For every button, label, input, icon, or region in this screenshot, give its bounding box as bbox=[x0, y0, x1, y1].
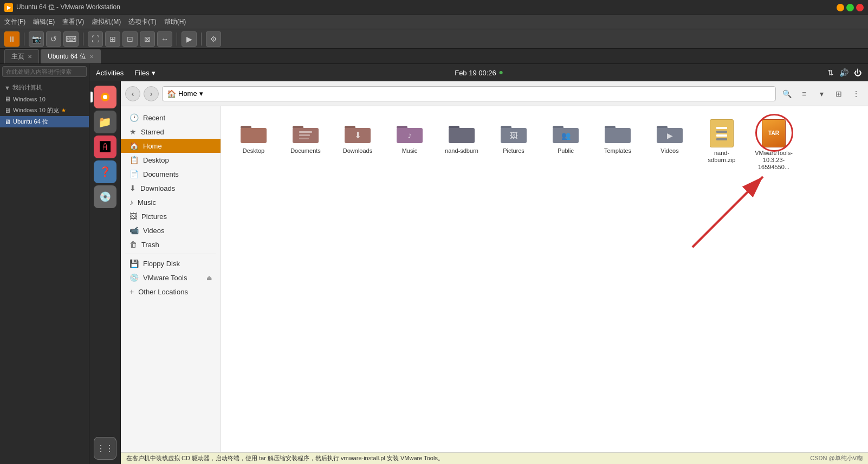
close-button[interactable] bbox=[856, 4, 864, 11]
menu-file[interactable]: 文件(F) bbox=[4, 17, 25, 27]
archive-icon-label: TAR bbox=[768, 130, 779, 137]
sidebar-item-starred[interactable]: ★ Starred bbox=[121, 125, 221, 139]
more-options-button[interactable]: ⋮ bbox=[848, 86, 864, 101]
file-name-pictures: Pictures bbox=[503, 147, 524, 154]
menu-edit[interactable]: 编辑(E) bbox=[33, 17, 55, 27]
menu-view[interactable]: 查看(V) bbox=[62, 17, 84, 27]
menu-help[interactable]: 帮助(H) bbox=[164, 17, 186, 27]
fullscreen-button[interactable]: ⛶ bbox=[88, 31, 103, 47]
ubuntu-vm-display: Activities Files ▾ Feb 19 00:26 ⇅ 🔊 ⏻ bbox=[89, 64, 868, 464]
file-item-public[interactable]: 👥 Public bbox=[544, 117, 587, 173]
music-icon: ♪ bbox=[129, 198, 133, 207]
vmware-titlebar: ▶ Ubuntu 64 位 - VMware Workstation bbox=[0, 0, 868, 15]
sidebar-item-trash[interactable]: 🗑 Trash bbox=[121, 237, 221, 252]
vm-icon-windows10-clone: 🖥 bbox=[4, 107, 11, 114]
vm-item-windows10-clone[interactable]: 🖥 Windows 10 的克 ★ bbox=[0, 105, 89, 116]
view-list-button[interactable]: ≡ bbox=[796, 86, 812, 101]
dock-dvd[interactable]: 💿 bbox=[94, 185, 116, 208]
files-menu[interactable]: Files ▾ bbox=[134, 69, 155, 77]
location-bar[interactable]: 🏠 Home ▾ bbox=[162, 86, 776, 101]
toolbar-separator bbox=[24, 33, 24, 46]
vm-item-windows10[interactable]: 🖥 Windows 10 bbox=[0, 94, 89, 105]
nav-back-button[interactable]: ‹ bbox=[125, 86, 140, 101]
sidebar-label-pictures: Pictures bbox=[141, 212, 167, 221]
network-icon[interactable]: ⇅ bbox=[827, 68, 834, 77]
send-ctrl-alt-del[interactable]: ⌨ bbox=[63, 31, 79, 47]
search-button[interactable]: 🔍 bbox=[779, 86, 794, 101]
file-name-zip: nand-sdburn.zip bbox=[702, 150, 741, 164]
sidebar-label-videos: Videos bbox=[143, 227, 165, 235]
menu-tabs[interactable]: 选项卡(T) bbox=[128, 17, 156, 27]
tab-home[interactable]: 主页 ✕ bbox=[4, 49, 39, 63]
activities-button[interactable]: Activities bbox=[96, 69, 124, 77]
eject-icon[interactable]: ⏏ bbox=[206, 274, 212, 281]
tab-ubuntu[interactable]: Ubuntu 64 位 ✕ bbox=[41, 49, 101, 63]
settings-button[interactable]: ⚙ bbox=[206, 31, 221, 47]
vm-icon-windows10: 🖥 bbox=[4, 95, 11, 103]
file-item-nand[interactable]: nand-sdburn bbox=[440, 117, 483, 173]
sidebar-item-videos[interactable]: 📹 Videos bbox=[121, 223, 221, 237]
sidebar-item-recent[interactable]: 🕐 Recent bbox=[121, 111, 221, 125]
svg-rect-25 bbox=[605, 128, 631, 143]
my-computer-label: 我的计算机 bbox=[12, 83, 42, 92]
revert-button[interactable]: ↺ bbox=[46, 31, 61, 47]
folder-icon-nand bbox=[448, 119, 476, 145]
sidebar-label-starred: Starred bbox=[141, 128, 164, 136]
file-name-public: Public bbox=[558, 147, 574, 154]
ubuntu-tab-close[interactable]: ✕ bbox=[89, 54, 94, 60]
sidebar-item-documents[interactable]: 📄 Documents bbox=[121, 167, 221, 181]
menu-vm[interactable]: 虚拟机(M) bbox=[92, 17, 121, 27]
nav-forward-button[interactable]: › bbox=[144, 86, 159, 101]
sidebar-item-vmtools[interactable]: 💿 VMware Tools ⏏ bbox=[121, 270, 221, 285]
power-button[interactable]: ⏸ bbox=[4, 31, 20, 47]
unity-button[interactable]: ⊞ bbox=[105, 31, 120, 47]
file-item-videos[interactable]: ▶ Videos bbox=[648, 117, 691, 173]
snapshot-button[interactable]: 📷 bbox=[29, 31, 44, 47]
files-sidebar: 🕐 Recent ★ Starred 🏠 Home bbox=[121, 106, 221, 452]
sidebar-label-documents: Documents bbox=[143, 170, 179, 178]
home-tab-label: 主页 bbox=[11, 52, 24, 61]
file-item-pictures[interactable]: 🖼 Pictures bbox=[492, 117, 535, 173]
power-icon[interactable]: ⏻ bbox=[854, 68, 861, 77]
file-item-downloads[interactable]: ⬇ Downloads bbox=[336, 117, 379, 173]
consol-button[interactable]: ▶ bbox=[182, 31, 197, 47]
folder-icon-desktop bbox=[239, 119, 268, 145]
folder-icon-public: 👥 bbox=[552, 119, 580, 145]
dock-files[interactable]: 📁 bbox=[94, 111, 116, 133]
home-icon: 🏠 bbox=[167, 89, 176, 98]
stretch-button[interactable]: ↔ bbox=[157, 31, 172, 47]
fit-guest[interactable]: ⊡ bbox=[122, 31, 138, 47]
sidebar-item-other-locations[interactable]: + Other Locations bbox=[121, 285, 221, 299]
file-item-templates[interactable]: Templates bbox=[596, 117, 639, 173]
view-grid-button[interactable]: ⊞ bbox=[831, 86, 846, 101]
sidebar-separator bbox=[125, 254, 216, 254]
file-name-videos: Videos bbox=[660, 147, 678, 154]
dock-apps[interactable]: ⋮⋮ bbox=[94, 437, 116, 460]
sidebar-item-home[interactable]: 🏠 Home bbox=[121, 139, 221, 153]
svg-rect-7 bbox=[299, 131, 312, 133]
volume-icon[interactable]: 🔊 bbox=[839, 68, 848, 77]
sidebar-item-desktop[interactable]: 📋 Desktop bbox=[121, 153, 221, 167]
file-item-vmware-archive[interactable]: TAR VMwareTools-10.3.23-16594550... bbox=[752, 117, 795, 173]
file-item-documents[interactable]: Documents bbox=[284, 117, 327, 173]
sidebar-item-floppy[interactable]: 💾 Floppy Disk bbox=[121, 256, 221, 270]
dock-firefox[interactable] bbox=[94, 86, 116, 108]
vm-item-ubuntu[interactable]: 🖥 Ubuntu 64 位 bbox=[0, 116, 89, 127]
maximize-button[interactable] bbox=[846, 4, 854, 11]
sidebar-item-pictures[interactable]: 🖼 Pictures bbox=[121, 209, 221, 223]
view-options-button[interactable]: ▾ bbox=[814, 86, 829, 101]
minimize-button[interactable] bbox=[837, 4, 844, 11]
sidebar-item-music[interactable]: ♪ Music bbox=[121, 195, 221, 209]
sidebar-item-downloads[interactable]: ⬇ Downloads bbox=[121, 181, 221, 195]
vm-search-input[interactable] bbox=[2, 66, 87, 77]
file-item-zip[interactable]: nand-sdburn.zip bbox=[700, 117, 743, 173]
dock-help[interactable]: ❓ bbox=[94, 160, 116, 183]
file-item-desktop[interactable]: Desktop bbox=[232, 117, 275, 173]
home-tab-close[interactable]: ✕ bbox=[28, 54, 32, 60]
file-name-music: Music bbox=[402, 147, 418, 154]
dock-software[interactable]: 🅰 bbox=[94, 136, 116, 158]
sidebar-label-home: Home bbox=[143, 142, 162, 150]
file-item-music[interactable]: ♪ Music bbox=[388, 117, 431, 173]
ubuntu-tab-label: Ubuntu 64 位 bbox=[48, 52, 86, 61]
fit-window[interactable]: ⊠ bbox=[140, 31, 155, 47]
